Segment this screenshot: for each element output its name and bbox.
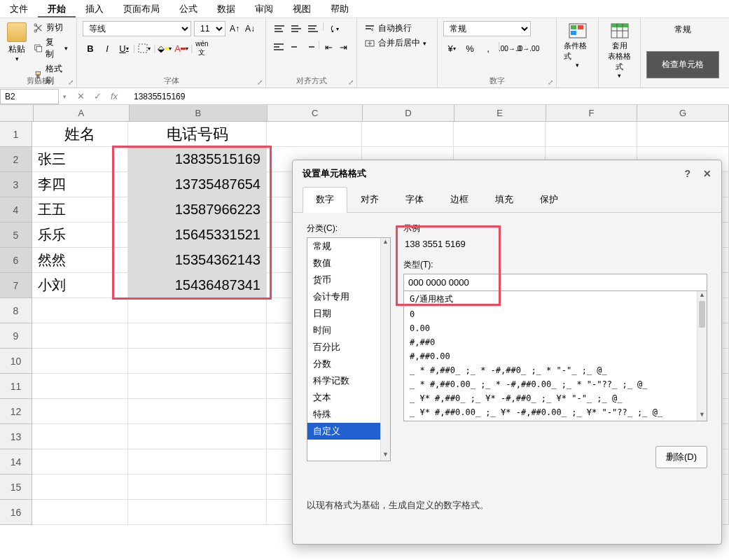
cell[interactable] bbox=[32, 349, 128, 374]
cell-G1[interactable] bbox=[637, 122, 729, 147]
cell[interactable] bbox=[128, 323, 267, 349]
type-item[interactable]: _ ¥* #,##0.00_ ;_ ¥* -#,##0.00_ ;_ ¥* "-… bbox=[404, 405, 707, 419]
row-header-15[interactable]: 15 bbox=[0, 475, 32, 500]
col-header-C[interactable]: C bbox=[268, 105, 363, 121]
menu-home[interactable]: 开始 bbox=[38, 0, 76, 18]
cell[interactable] bbox=[128, 424, 267, 449]
copy-button[interactable]: 复制 ▾ bbox=[31, 36, 71, 61]
row-header-13[interactable]: 13 bbox=[0, 424, 32, 449]
category-item[interactable]: 常规 bbox=[307, 238, 390, 255]
type-item[interactable]: _ * #,##0.00_ ;_ * -#,##0.00_ ;_ * "-"??… bbox=[404, 377, 707, 391]
menu-insert[interactable]: 插入 bbox=[76, 0, 113, 18]
row-header-10[interactable]: 10 bbox=[0, 349, 32, 374]
cell[interactable] bbox=[32, 298, 128, 323]
category-item[interactable]: 会计专用 bbox=[307, 288, 390, 305]
scroll-up-icon[interactable]: ▲ bbox=[381, 238, 390, 248]
category-item[interactable]: 科学记数 bbox=[307, 372, 390, 389]
conditional-format-button[interactable]: 条件格式 ▾ bbox=[562, 21, 592, 70]
align-left-button[interactable] bbox=[272, 39, 286, 55]
cell-A7[interactable]: 小刘 bbox=[32, 273, 128, 298]
row-header-14[interactable]: 14 bbox=[0, 449, 32, 475]
tab-border[interactable]: 边框 bbox=[437, 187, 482, 212]
tab-align[interactable]: 对齐 bbox=[347, 187, 392, 212]
cell-E1[interactable] bbox=[454, 122, 546, 147]
tab-font[interactable]: 字体 bbox=[392, 187, 437, 212]
tab-number[interactable]: 数字 bbox=[303, 187, 347, 213]
cell[interactable] bbox=[32, 424, 128, 449]
cell-A4[interactable]: 王五 bbox=[32, 197, 128, 223]
merge-button[interactable]: 合并后居中 ▾ bbox=[363, 36, 431, 50]
dialog-help-icon[interactable]: ? bbox=[684, 168, 690, 179]
cell-D1[interactable] bbox=[362, 122, 454, 147]
decrease-decimal-button[interactable]: .0→.00 bbox=[520, 41, 536, 56]
delete-button[interactable]: 删除(D) bbox=[655, 446, 707, 468]
cell[interactable] bbox=[32, 449, 128, 475]
row-header-4[interactable]: 4 bbox=[0, 197, 32, 223]
cell-B6[interactable]: 15354362143 bbox=[128, 248, 267, 273]
category-list[interactable]: 常规 数值 货币 会计专用 日期 时间 百分比 分数 科学记数 文本 特殊 自定… bbox=[307, 237, 391, 461]
table-format-button[interactable]: 套用 表格格式 ▾ bbox=[604, 21, 634, 80]
scroll-up-icon[interactable]: ▲ bbox=[697, 291, 707, 301]
cell-B2[interactable]: 13835515169 bbox=[128, 147, 267, 172]
align-middle-button[interactable] bbox=[289, 21, 304, 36]
number-expand[interactable]: ⤢ bbox=[548, 78, 553, 86]
col-header-F[interactable]: F bbox=[546, 105, 638, 121]
type-item[interactable]: 0 bbox=[404, 307, 707, 321]
style-check-cell[interactable]: 检查单元格 bbox=[646, 51, 719, 78]
cell[interactable] bbox=[128, 298, 267, 323]
type-scrollbar[interactable]: ▲ ▼ bbox=[697, 291, 707, 421]
currency-button[interactable]: ¥▾ bbox=[443, 41, 460, 56]
cell[interactable] bbox=[128, 399, 267, 424]
fx-icon[interactable]: fx bbox=[109, 91, 120, 102]
category-item[interactable]: 数值 bbox=[307, 255, 390, 272]
category-item-custom[interactable]: 自定义 bbox=[307, 423, 390, 440]
dialog-close-icon[interactable]: ✕ bbox=[703, 168, 711, 179]
font-size-select[interactable]: 11 bbox=[194, 21, 225, 36]
menu-page-layout[interactable]: 页面布局 bbox=[113, 0, 169, 18]
cell[interactable] bbox=[128, 500, 267, 525]
category-item[interactable]: 货币 bbox=[307, 272, 390, 288]
font-expand[interactable]: ⤢ bbox=[257, 78, 263, 86]
type-item[interactable]: _ ¥* #,##0_ ;_ ¥* -#,##0_ ;_ ¥* "-"_ ;_ … bbox=[404, 391, 707, 405]
cell-B7[interactable]: 15436487341 bbox=[128, 273, 267, 298]
category-item[interactable]: 文本 bbox=[307, 389, 390, 406]
formula-input[interactable] bbox=[128, 90, 729, 103]
category-item[interactable]: 特殊 bbox=[307, 406, 390, 423]
row-header-3[interactable]: 3 bbox=[0, 172, 32, 197]
scroll-thumb[interactable] bbox=[699, 301, 705, 328]
decrease-indent-button[interactable]: ⇤ bbox=[321, 39, 335, 55]
row-header-11[interactable]: 11 bbox=[0, 374, 32, 399]
phonetic-button[interactable]: wén文 bbox=[194, 41, 209, 56]
col-header-B[interactable]: B bbox=[130, 105, 268, 121]
col-header-A[interactable]: A bbox=[34, 105, 130, 121]
increase-font-icon[interactable]: A↑ bbox=[228, 22, 241, 35]
col-header-G[interactable]: G bbox=[637, 105, 729, 121]
category-item[interactable]: 日期 bbox=[307, 305, 390, 322]
cell[interactable] bbox=[32, 374, 128, 399]
cell[interactable] bbox=[32, 475, 128, 500]
border-button[interactable]: ▾ bbox=[137, 41, 152, 56]
row-header-1[interactable]: 1 bbox=[0, 122, 32, 147]
category-item[interactable]: 时间 bbox=[307, 322, 390, 339]
cell-B3[interactable]: 13735487654 bbox=[128, 172, 267, 197]
type-list[interactable]: G/通用格式 0 0.00 #,##0 #,##0.00 _ * #,##0_ … bbox=[403, 291, 707, 421]
cell[interactable] bbox=[32, 399, 128, 424]
cell[interactable] bbox=[32, 500, 128, 525]
category-item[interactable]: 百分比 bbox=[307, 339, 390, 356]
align-expand[interactable]: ⤢ bbox=[348, 78, 354, 86]
cancel-formula-icon[interactable]: ✕ bbox=[75, 91, 86, 102]
cell-B4[interactable]: 13587966223 bbox=[128, 197, 267, 223]
type-item[interactable]: #,##0.00 bbox=[404, 349, 707, 363]
col-header-E[interactable]: E bbox=[454, 105, 546, 121]
type-input[interactable] bbox=[403, 274, 707, 291]
bold-button[interactable]: B bbox=[83, 41, 98, 56]
cell-A2[interactable]: 张三 bbox=[32, 147, 128, 172]
cell-B1[interactable]: 电话号码 bbox=[128, 122, 267, 147]
row-header-12[interactable]: 12 bbox=[0, 399, 32, 424]
tab-protect[interactable]: 保护 bbox=[527, 187, 571, 212]
cell[interactable] bbox=[128, 349, 267, 374]
menu-data[interactable]: 数据 bbox=[207, 0, 245, 18]
tab-fill[interactable]: 填充 bbox=[482, 187, 527, 212]
orientation-button[interactable]: ⤹▾ bbox=[326, 21, 341, 36]
align-right-button[interactable] bbox=[303, 39, 317, 55]
